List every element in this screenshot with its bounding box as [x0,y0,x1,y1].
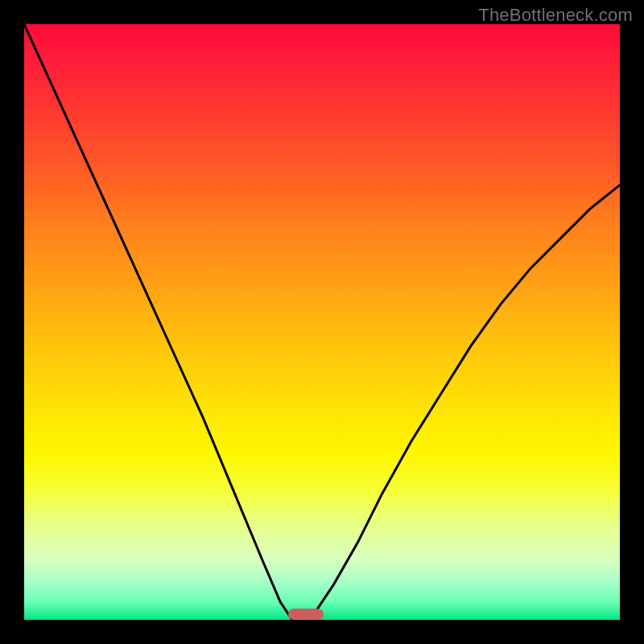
optimal-marker [288,609,324,620]
watermark-text: TheBottleneck.com [478,5,633,26]
chart-plot-area [24,24,620,620]
right-curve [310,185,620,620]
left-curve [24,24,292,620]
bottleneck-curves [24,24,620,620]
